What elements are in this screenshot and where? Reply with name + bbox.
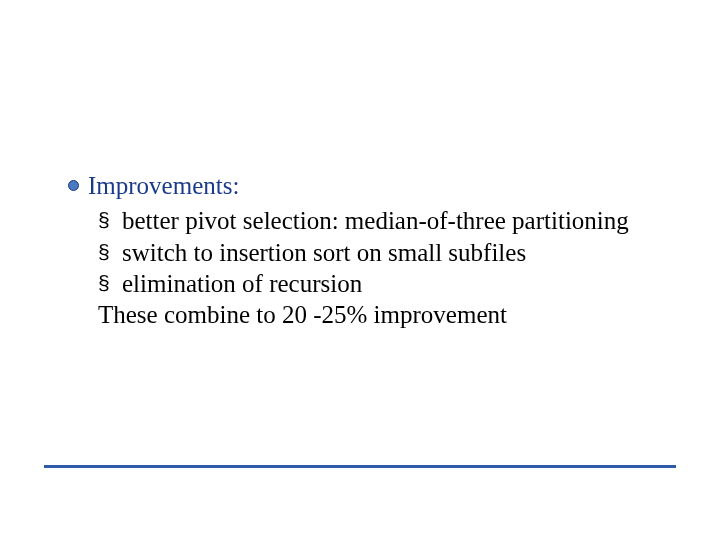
dot-bullet-icon (68, 180, 79, 191)
footer-divider (44, 465, 676, 468)
svg-point-0 (69, 181, 79, 191)
list-item-text: better pivot selection: median-of-three … (122, 205, 668, 236)
square-bullet-icon: § (98, 271, 110, 295)
list-item: § elimination of recursion (98, 268, 668, 299)
square-bullet-icon: § (98, 208, 110, 232)
summary-line: These combine to 20 -25% improvement (98, 299, 668, 330)
level1-heading: Improvements: (88, 170, 668, 201)
level1-item: Improvements: (68, 170, 668, 201)
slide-content: Improvements: § better pivot selection: … (68, 170, 668, 330)
list-item-text: switch to insertion sort on small subfil… (122, 237, 668, 268)
list-item: § better pivot selection: median-of-thre… (98, 205, 668, 236)
list-item: § switch to insertion sort on small subf… (98, 237, 668, 268)
sublist: § better pivot selection: median-of-thre… (98, 205, 668, 299)
slide: Improvements: § better pivot selection: … (0, 0, 720, 540)
square-bullet-icon: § (98, 240, 110, 264)
list-item-text: elimination of recursion (122, 268, 668, 299)
